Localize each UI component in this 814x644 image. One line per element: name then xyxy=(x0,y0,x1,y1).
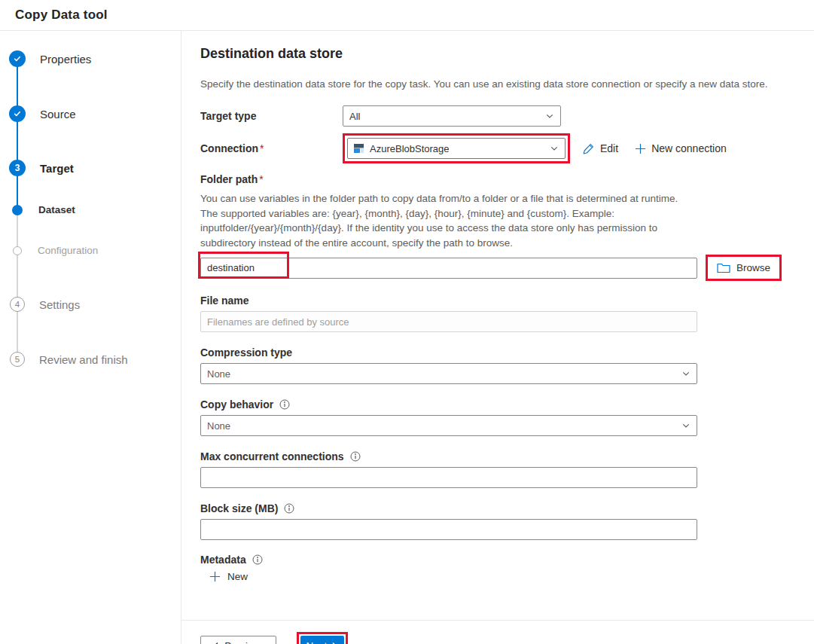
sidebar-step-configuration[interactable]: Configuration xyxy=(0,245,98,256)
edit-connection-link[interactable]: Edit xyxy=(582,142,618,155)
next-button-label: Next xyxy=(306,640,328,644)
footer-divider xyxy=(181,620,814,621)
folder-path-input[interactable] xyxy=(200,258,697,279)
wizard-steps-sidebar: Properties Source 3 Target Dataset Confi… xyxy=(0,31,181,644)
previous-button-label: Previous xyxy=(224,640,264,644)
browse-button[interactable]: Browse xyxy=(706,255,782,281)
azure-blob-storage-icon xyxy=(354,144,364,153)
connection-dropdown[interactable]: AzureBlobStorage xyxy=(347,138,566,159)
step-label: Source xyxy=(40,108,76,121)
sidebar-step-target[interactable]: 3 Target xyxy=(0,160,74,176)
file-name-label: File name xyxy=(200,295,814,307)
copy-behavior-dropdown[interactable]: None xyxy=(200,415,697,436)
file-name-input xyxy=(200,311,697,332)
copy-behavior-value: None xyxy=(207,420,677,432)
required-asterisk: * xyxy=(260,142,264,154)
destination-data-store-panel: Destination data store Specify the desti… xyxy=(181,31,814,644)
pencil-icon xyxy=(582,142,595,155)
step-number-badge: 4 xyxy=(10,297,25,312)
plus-icon xyxy=(635,143,646,154)
step-label: Properties xyxy=(40,53,91,66)
step-connector-pending xyxy=(17,209,18,360)
info-icon[interactable] xyxy=(252,554,263,565)
substep-active-dot xyxy=(12,205,23,215)
step-complete-check-icon xyxy=(9,105,26,122)
metadata-new-link[interactable]: New xyxy=(209,571,262,582)
browse-button-label: Browse xyxy=(736,262,770,273)
metadata-new-label: New xyxy=(227,571,248,582)
folder-icon xyxy=(717,262,730,273)
chevron-right-icon xyxy=(331,642,338,644)
page-title: Destination data store xyxy=(200,46,814,62)
sidebar-step-settings[interactable]: 4 Settings xyxy=(0,297,80,312)
edit-link-label: Edit xyxy=(600,142,618,154)
sidebar-step-source[interactable]: Source xyxy=(0,105,76,122)
info-icon[interactable] xyxy=(284,503,294,514)
sidebar-step-properties[interactable]: Properties xyxy=(0,50,91,67)
step-label: Configuration xyxy=(38,245,98,256)
step-connector-completed xyxy=(17,59,18,209)
chevron-left-icon xyxy=(212,642,219,644)
new-connection-link-label: New connection xyxy=(651,142,727,154)
plus-icon xyxy=(209,571,221,582)
block-size-input[interactable] xyxy=(200,519,697,540)
compression-type-label: Compression type xyxy=(200,346,814,359)
info-icon[interactable] xyxy=(350,451,361,462)
new-connection-link[interactable]: New connection xyxy=(635,142,727,154)
info-icon[interactable] xyxy=(279,399,290,410)
step-complete-check-icon xyxy=(9,50,26,67)
chevron-down-icon xyxy=(550,144,559,153)
connection-label: Connection* xyxy=(200,142,343,154)
max-concurrent-connections-input[interactable] xyxy=(200,467,697,488)
step-label: Review and finish xyxy=(39,353,128,366)
sidebar-step-review-and-finish[interactable]: 5 Review and finish xyxy=(0,352,128,367)
folder-path-help-text: You can use variables in the folder path… xyxy=(200,191,694,250)
copy-behavior-label: Copy behavior xyxy=(200,398,273,411)
chevron-down-icon xyxy=(681,369,691,378)
connection-value: AzureBlobStorage xyxy=(370,143,545,154)
annotation-box-next: Next xyxy=(297,632,348,644)
step-number-badge: 3 xyxy=(9,160,26,176)
next-button[interactable]: Next xyxy=(300,636,344,644)
step-label: Target xyxy=(40,162,74,175)
target-type-dropdown[interactable]: All xyxy=(343,105,561,127)
chevron-down-icon xyxy=(545,111,554,121)
block-size-label: Block size (MB) xyxy=(200,502,278,514)
app-title: Copy Data tool xyxy=(15,8,108,23)
annotation-box-connection: AzureBlobStorage xyxy=(343,133,570,163)
app-header: Copy Data tool xyxy=(0,0,814,31)
target-type-label: Target type xyxy=(200,110,343,122)
substep-pending-dot xyxy=(13,246,22,255)
step-label: Settings xyxy=(39,298,80,311)
compression-type-dropdown[interactable]: None xyxy=(200,363,697,384)
sidebar-step-dataset[interactable]: Dataset xyxy=(0,204,75,215)
compression-type-value: None xyxy=(207,368,677,380)
metadata-label: Metadata xyxy=(200,554,246,566)
step-label: Dataset xyxy=(38,204,75,215)
folder-path-label: Folder path* xyxy=(200,173,814,185)
previous-button[interactable]: Previous xyxy=(200,636,276,644)
required-asterisk: * xyxy=(259,173,263,185)
chevron-down-icon xyxy=(681,421,691,430)
page-description: Specify the destination data store for t… xyxy=(200,78,814,90)
target-type-value: All xyxy=(349,111,541,122)
step-number-badge: 5 xyxy=(10,352,25,367)
max-concurrent-connections-label: Max concurrent connections xyxy=(200,450,344,462)
